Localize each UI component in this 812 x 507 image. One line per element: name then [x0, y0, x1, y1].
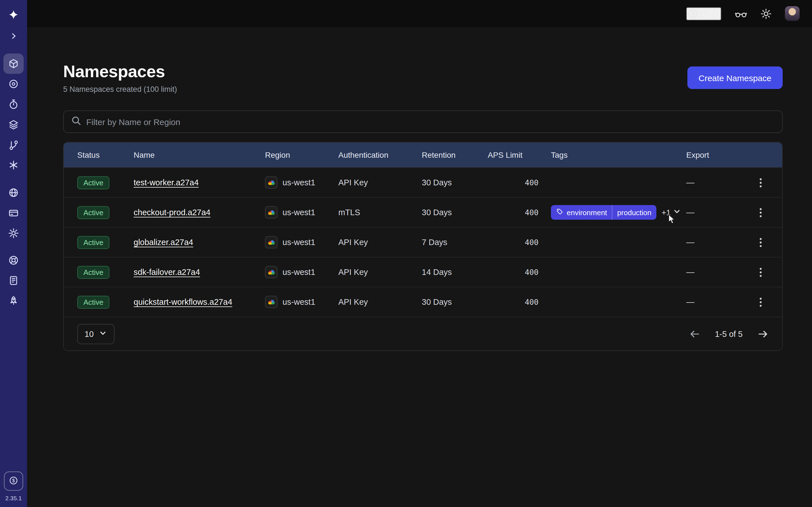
sidebar-item-getting-started[interactable] — [3, 291, 24, 311]
auth-cell: API Key — [338, 178, 422, 187]
page-size-value: 10 — [85, 329, 94, 338]
col-status: Status — [77, 151, 134, 159]
timezone-selector[interactable]: UTC — [686, 7, 721, 20]
aps-limit-cell: 400 — [488, 297, 551, 306]
col-name: Name — [134, 151, 265, 159]
tag-chip[interactable]: environment production — [551, 205, 657, 220]
globe-icon — [8, 187, 19, 198]
table-row: Active sdk-failover.a27a4 us-west1 API K… — [64, 257, 782, 287]
status-badge: Active — [77, 206, 110, 219]
row-actions-button[interactable] — [753, 294, 769, 310]
region-cell: us-west1 — [265, 176, 338, 189]
tag-value: production — [612, 205, 656, 220]
more-tags-button[interactable]: +1 — [662, 207, 681, 217]
retention-cell: 7 Days — [422, 238, 488, 247]
tag-key: environment — [567, 208, 607, 217]
prev-page-button[interactable] — [689, 328, 700, 339]
create-namespace-button[interactable]: Create Namespace — [688, 66, 783, 89]
namespaces-table: Status Name Region Authentication Retent… — [63, 142, 783, 351]
sidebar-item-settings[interactable] — [3, 223, 24, 243]
namespace-link[interactable]: globalizer.a27a4 — [134, 238, 193, 247]
status-badge: Active — [77, 236, 110, 249]
namespace-count-subtitle: 5 Namespaces created (100 limit) — [63, 85, 177, 94]
row-actions-button[interactable] — [753, 264, 769, 280]
lifebuoy-icon — [8, 255, 19, 266]
sidebar-item-support[interactable] — [3, 250, 24, 270]
status-badge: Active — [77, 295, 110, 308]
row-actions-button[interactable] — [753, 175, 769, 190]
main-content: Namespaces 5 Namespaces created (100 lim… — [27, 27, 812, 507]
status-badge: Active — [77, 266, 110, 279]
page-size-select[interactable]: 10 — [77, 324, 114, 344]
gcp-cloud-icon — [265, 206, 277, 219]
sidebar-item-layers[interactable] — [3, 114, 24, 135]
region-label: us-west1 — [283, 208, 315, 217]
gcp-cloud-icon — [265, 236, 277, 248]
sidebar-item-docs[interactable] — [3, 270, 24, 291]
namespace-link[interactable]: test-worker.a27a4 — [134, 178, 199, 187]
clock-icon — [688, 8, 698, 19]
pagination-range: 1-5 of 5 — [715, 329, 743, 338]
col-tags: Tags — [551, 151, 686, 159]
table-header-row: Status Name Region Authentication Retent… — [64, 143, 782, 167]
aps-limit-cell: 400 — [488, 208, 551, 217]
row-actions-button[interactable] — [753, 234, 769, 250]
status-badge: Active — [77, 176, 110, 189]
auth-cell: API Key — [338, 297, 422, 306]
page-title: Namespaces — [63, 62, 177, 81]
namespaces-cube-icon — [8, 58, 19, 69]
row-actions-button[interactable] — [753, 205, 769, 220]
region-cell: us-west1 — [265, 236, 338, 248]
filter-input[interactable] — [86, 117, 775, 126]
sidebar-item-nexus[interactable] — [3, 155, 24, 175]
auth-cell: API Key — [338, 268, 422, 277]
sidebar-expand-button[interactable] — [3, 26, 24, 46]
export-cell: — — [686, 268, 744, 277]
target-icon — [8, 78, 19, 90]
sidebar-item-target[interactable] — [3, 74, 24, 94]
gcp-cloud-icon — [265, 176, 277, 189]
table-row: Active test-worker.a27a4 us-west1 API Ke… — [64, 167, 782, 197]
col-aps-limit: APS Limit — [488, 151, 551, 159]
col-authentication: Authentication — [338, 151, 422, 159]
sidebar-item-namespaces[interactable] — [3, 54, 24, 74]
labs-glasses-icon[interactable] — [735, 9, 747, 18]
gcp-cloud-icon — [265, 296, 277, 308]
namespace-link[interactable]: quickstart-workflows.a27a4 — [134, 297, 232, 306]
next-page-button[interactable] — [757, 328, 769, 339]
chevron-down-icon — [673, 207, 681, 217]
gcp-cloud-icon — [265, 266, 277, 278]
region-cell: us-west1 — [265, 296, 338, 308]
docs-icon — [8, 275, 19, 286]
col-export: Export — [686, 151, 744, 159]
app-version: 2.35.1 — [5, 495, 22, 501]
namespace-link[interactable]: checkout-prod.a27a4 — [134, 208, 211, 217]
namespace-link[interactable]: sdk-failover.a27a4 — [134, 268, 200, 277]
rocket-icon — [8, 295, 19, 306]
sidebar-item-globe[interactable] — [3, 182, 24, 203]
retention-cell: 30 Days — [422, 178, 488, 187]
aps-limit-cell: 400 — [488, 238, 551, 247]
col-region: Region — [265, 151, 338, 159]
theme-toggle-sun-icon[interactable] — [761, 8, 771, 19]
sidebar: $ 2.35.1 — [0, 0, 27, 507]
timezone-label: UTC — [703, 9, 720, 18]
export-cell: — — [686, 297, 744, 306]
tags-cell: environment production +1 — [551, 205, 686, 220]
filter-bar — [63, 110, 783, 133]
table-footer: 10 1-5 of 5 — [64, 317, 782, 350]
usage-button[interactable]: $ — [4, 471, 23, 491]
aps-limit-cell: 400 — [488, 178, 551, 187]
sidebar-item-timer[interactable] — [3, 94, 24, 114]
dollar-icon: $ — [8, 475, 18, 487]
export-cell: — — [686, 238, 744, 247]
more-tags-count: +1 — [662, 208, 671, 217]
chevron-down-icon — [99, 329, 107, 339]
sidebar-item-workflow[interactable] — [3, 135, 24, 155]
region-label: us-west1 — [283, 238, 315, 247]
sidebar-item-billing[interactable] — [3, 203, 24, 223]
temporal-logo-icon — [3, 4, 24, 25]
user-avatar[interactable] — [785, 6, 800, 21]
region-label: us-west1 — [283, 297, 315, 306]
svg-text:$: $ — [12, 478, 15, 483]
